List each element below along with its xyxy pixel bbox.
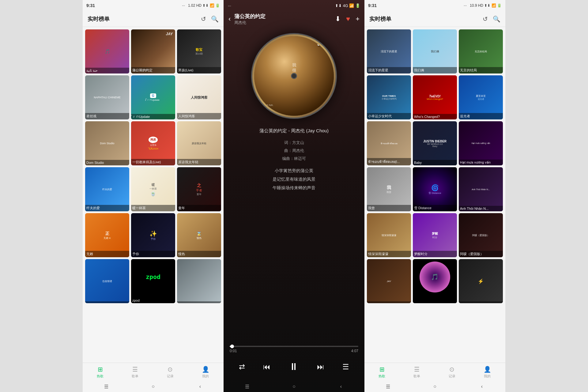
list-item[interactable]: Anh Thôi Nhân N... Anh Thôi Nhân N... [459,167,503,211]
item-label: حنة ثانية [85,68,129,74]
player-home-btn[interactable]: ○ [288,383,300,390]
list-item[interactable]: 夏至未至 追光者 追光者 [459,75,503,119]
item-label: 泪流下的星星 [367,67,411,74]
list-item[interactable]: 无言的结局 无言的结局 [459,29,503,74]
item-label: Anh Thôi Nhân N... [459,206,503,211]
item-label: Dom Studio [85,160,129,165]
list-item[interactable]: Hạt mưa vương vấn Hạt mưa vương vấn [459,121,503,165]
music-player-panel: ··· ⬆⬇ 4G 📶 🔋 ‹ 蒲公英的约定 周杰伦 ⬇ ♥ + JAY on … [224,0,364,392]
left-home-btn[interactable]: ○ [148,383,159,390]
album-art: JAY on the run. 我很 [251,33,337,119]
item-label: 我曾 [367,205,411,211]
list-item[interactable]: 我们俩 我们俩 [413,29,457,74]
list-item[interactable]: 梦醒 时分 梦醒时分 [413,213,457,257]
list-item[interactable]: G ព្រៃUpdate ព្រៃUpdate [131,75,175,119]
progress-times: 0:01 4:07 [230,349,358,353]
playlist-button[interactable]: ☰ [340,360,352,374]
list-item[interactable]: Dom Studio Dom Studio [85,121,129,165]
item-label [85,301,129,303]
list-item[interactable]: 我 我曾 我曾 [367,167,411,211]
progress-bar[interactable] [230,346,358,347]
progress-total: 4:07 [351,349,358,353]
left-system-bar: ☰ ○ ‹ [83,381,224,392]
right-search-icon[interactable]: 🔍 [493,15,500,23]
right-menu-btn[interactable]: ☰ [383,383,394,390]
list-item[interactable]: 🎵 حنة ثانية [85,29,129,74]
list-item[interactable]: TwEVD! Who's Changed? Who's Changed? [413,75,457,119]
list-item[interactable]: NAPHTALI CHINEME 牵丝戏 [85,75,129,119]
item-label: ฟ้าขอบฟ้าที่สดเลย(l... [367,158,411,165]
list-item[interactable]: 阿嗳（爱国版） 阿嗳（爱国版） [459,213,503,257]
list-item[interactable]: JUSTIN BIEBER MY WORLD 2.0 Baby Baby [413,121,457,165]
list-item[interactable]: ⚡ [459,259,503,303]
left-nav-history-label: 记录 [167,374,174,379]
right-status-bar: 9:31 ··· 10.9 HD ⬆⬇ 📶 🔋 [364,0,505,11]
right-nav-playlist[interactable]: ☰ 歌单 [413,366,420,379]
list-item[interactable]: 暖 一杯茶 🍵 暖一杯茶 [131,167,175,211]
lyric-line1: 小学篱笆旁的蒲公英 [233,166,355,175]
left-search-icon[interactable]: 🔍 [211,15,219,23]
next-button[interactable]: ⏭ [315,360,327,374]
list-item[interactable]: 网易 云音乐 飞风2024 一切都来得及(Live) [131,121,175,165]
list-item[interactable]: ฟ้าขอบฟ้าที่สดเลย ฟ้าขอบฟ้าที่สดเลย(l... [367,121,411,165]
player-menu-btn[interactable]: ☰ [242,383,253,390]
list-item[interactable]: 🎵 [413,259,457,303]
list-item[interactable] [177,259,221,303]
profile-icon: 👤 [202,366,209,373]
progress-area: 0:01 4:07 [224,346,364,353]
left-grid-area: 🎵 حنة ثانية JAY 蒲公英的约定 蒲公英的约定 歌宝 第10期 男孩… [83,27,224,363]
list-item[interactable]: 人间惊鸿客 人间惊鸿客 [177,75,221,119]
right-time: 9:31 [368,3,377,8]
item-label: 慢热 [177,251,221,257]
list-item[interactable]: 情深深雨濛濛 情深深雨濛濛 [367,213,411,257]
progress-dot [230,345,234,348]
player-header-icons: ⬇ ♥ + [335,15,360,23]
list-item[interactable]: zpod zpod [131,259,175,303]
list-item[interactable]: OUR TIMES 小幸运少女时代 小幸运少女时代 [367,75,411,119]
right-history-icon: ⊙ [449,366,454,373]
right-bottom-nav: ⊞ 热歌 ☰ 歌单 ⊙ 记录 👤 我的 [364,363,505,381]
list-item[interactable]: 🌀 雪 Distance 雪 Distance [413,167,457,211]
player-header: ‹ 蒲公英的约定 周杰伦 ⬇ ♥ + [224,11,364,27]
play-pause-button[interactable]: ⏸ [286,359,301,375]
left-refresh-icon[interactable]: ↺ [201,15,206,23]
list-item[interactable]: 之 乎者 童年 童年 [177,167,221,211]
left-nav-playlist[interactable]: ☰ 歌单 [132,366,138,379]
shuffle-button[interactable]: ⇄ [236,360,247,374]
right-back-btn[interactable]: ‹ [476,383,487,390]
right-refresh-icon[interactable]: ↺ [483,15,488,23]
item-label: 男孩(Live) [177,67,221,74]
album-art-inner: JAY on the run. 我很 [254,36,334,116]
player-back-button[interactable]: ‹ [228,15,231,23]
left-menu-btn[interactable]: ☰ [101,383,112,390]
list-item[interactable]: 伍佰情谱 [85,259,129,303]
left-grid: 🎵 حنة ثانية JAY 蒲公英的约定 蒲公英的约定 歌宝 第10期 男孩… [85,29,221,303]
list-item[interactable]: JAY 蒲公英的约定 蒲公英的约定 [131,29,175,74]
left-nav-hotssong[interactable]: ⊞ 热歌 [97,366,104,379]
right-nav-history[interactable]: ⊙ 记录 [449,366,455,379]
player-add-icon[interactable]: + [356,15,360,23]
item-label: 暖一杯茶 [131,205,175,211]
list-item[interactable]: ✨ 予你 予你 [131,213,175,257]
left-nav-history[interactable]: ⊙ 记录 [167,366,174,379]
player-download-icon[interactable]: ⬇ [335,15,341,23]
list-item[interactable]: 歌宝 第10期 男孩(Live) [177,29,221,74]
list-item[interactable]: 纤夫的爱 纤夫的爱 [85,167,129,211]
prev-button[interactable]: ⏮ [261,360,273,374]
left-back-btn[interactable]: ‹ [194,383,205,390]
item-label: ព្រៃUpdate [131,114,175,119]
right-nav-profile[interactable]: 👤 我的 [484,366,491,379]
right-nav-hotsong[interactable]: ⊞ 热歌 [379,366,385,379]
player-like-icon[interactable]: ♥ [346,15,350,23]
right-title: 实时榜单 [369,15,391,23]
player-back-sys-btn[interactable]: ‹ [335,383,346,390]
list-item[interactable]: 泪流下的星星 泪流下的星星 [367,29,411,74]
player-song-artist: 周杰伦 [234,20,335,25]
list-item[interactable]: ⌛ 慢热 慢热 [177,213,221,257]
right-home-btn[interactable]: ○ [429,383,440,390]
list-item[interactable]: 原谅我太年轻 原谅我太年轻 [177,121,221,165]
list-item[interactable]: JAY [367,259,411,303]
left-nav-profile[interactable]: 👤 我的 [202,366,209,379]
item-label: 追光者 [459,113,503,119]
list-item[interactable]: 正 无赖 K 无赖 [85,213,129,257]
